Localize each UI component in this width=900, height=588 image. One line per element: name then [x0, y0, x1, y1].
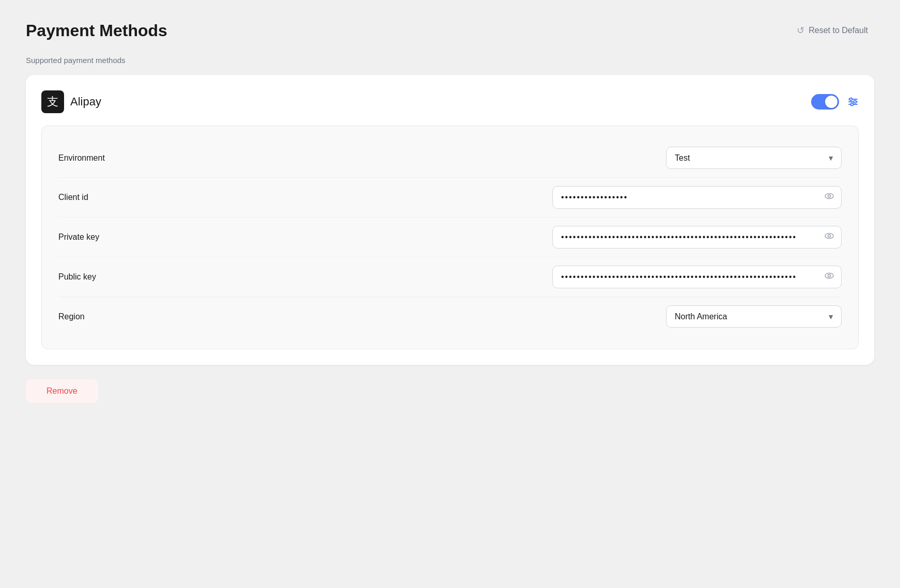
region-label: Region: [58, 312, 162, 321]
private-key-eye-icon[interactable]: [824, 231, 834, 244]
client-id-input[interactable]: [552, 186, 842, 209]
region-select[interactable]: North America Europe Asia Pacific: [666, 305, 842, 328]
svg-point-8: [825, 234, 833, 239]
public-key-field-wrapper: [552, 266, 842, 288]
public-key-input[interactable]: [552, 266, 842, 288]
remove-button[interactable]: Remove: [26, 379, 98, 403]
brand-name: Alipay: [70, 95, 101, 109]
client-id-label: Client id: [58, 193, 162, 202]
svg-point-5: [851, 103, 854, 106]
svg-point-6: [825, 194, 833, 199]
region-select-wrapper: North America Europe Asia Pacific ▼: [666, 305, 842, 328]
svg-point-11: [828, 274, 831, 277]
region-row: Region North America Europe Asia Pacific…: [58, 297, 842, 336]
private-key-field-wrapper: [552, 226, 842, 249]
private-key-label: Private key: [58, 233, 162, 242]
svg-point-3: [850, 98, 852, 101]
private-key-input-wrapper: [162, 226, 842, 249]
environment-label: Environment: [58, 153, 162, 163]
svg-point-10: [825, 273, 833, 278]
client-id-input-wrapper: [162, 186, 842, 209]
public-key-row: Public key: [58, 257, 842, 297]
svg-point-7: [828, 195, 831, 197]
payment-brand: 支 Alipay: [41, 90, 101, 113]
toggle-slider: [811, 94, 839, 110]
client-id-row: Client id: [58, 178, 842, 218]
config-card: Environment Test Live ▼ Client id: [41, 126, 859, 349]
payment-card-header: 支 Alipay: [41, 90, 859, 113]
public-key-label: Public key: [58, 272, 162, 282]
reset-label: Reset to Default: [809, 26, 868, 35]
private-key-input[interactable]: [552, 226, 842, 249]
environment-select-wrapper: Test Live ▼: [666, 147, 842, 169]
client-id-field-wrapper: [552, 186, 842, 209]
settings-icon[interactable]: [847, 96, 859, 107]
alipay-payment-card: 支 Alipay Environme: [26, 75, 874, 365]
reset-icon: ↺: [797, 25, 804, 36]
private-key-row: Private key: [58, 218, 842, 257]
svg-point-9: [828, 235, 831, 237]
public-key-input-wrapper: [162, 266, 842, 288]
environment-input-wrapper: Test Live ▼: [162, 147, 842, 169]
region-input-wrapper: North America Europe Asia Pacific ▼: [162, 305, 842, 328]
alipay-toggle[interactable]: [811, 94, 839, 110]
svg-point-4: [854, 101, 857, 103]
page-title: Payment Methods: [26, 21, 167, 40]
alipay-logo: 支: [41, 90, 64, 113]
client-id-eye-icon[interactable]: [824, 191, 834, 204]
public-key-eye-icon[interactable]: [824, 271, 834, 284]
environment-row: Environment Test Live ▼: [58, 138, 842, 178]
card-header-actions: [811, 94, 859, 110]
environment-select[interactable]: Test Live: [666, 147, 842, 169]
reset-to-default-button[interactable]: ↺ Reset to Default: [790, 21, 874, 40]
section-label: Supported payment methods: [26, 56, 874, 65]
